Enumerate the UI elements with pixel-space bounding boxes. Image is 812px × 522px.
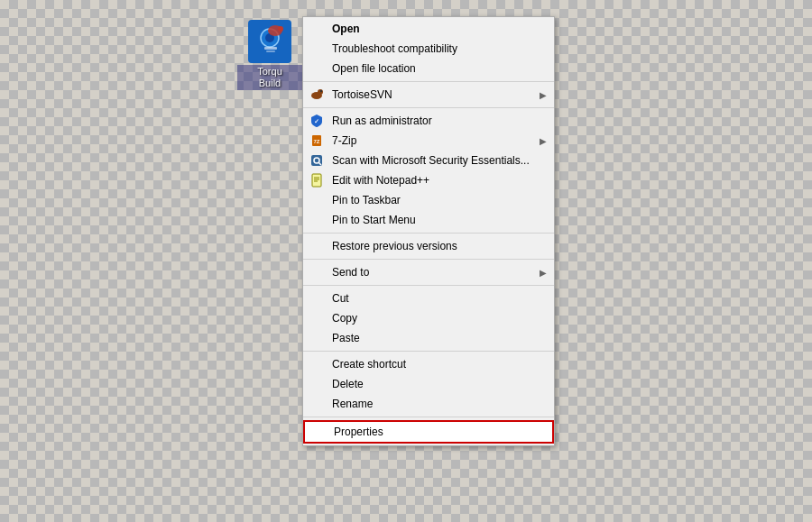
menu-item-delete[interactable]: Delete [303,374,554,394]
menu-item-label-run-as-admin: Run as administrator [332,114,432,127]
menu-item-label-cut: Cut [332,292,349,305]
svg-rect-6 [266,50,275,52]
menu-item-troubleshoot[interactable]: Troubleshoot compatibility [303,39,554,59]
svg-rect-5 [264,47,277,50]
submenu-arrow-7zip: ▶ [540,136,547,146]
notepad-icon [309,172,325,188]
menu-item-restore-versions[interactable]: Restore previous versions [303,236,554,256]
desktop-icon-image [248,20,291,63]
svg-text:✓: ✓ [314,118,319,124]
menu-item-label-pin-start: Pin to Start Menu [332,214,416,226]
menu-item-pin-start[interactable]: Pin to Start Menu [303,210,554,230]
menu-item-label-pin-taskbar: Pin to Taskbar [332,194,401,206]
separator-after-tortoisesvn [303,107,554,108]
menu-item-edit-notepad[interactable]: Edit with Notepad++ [303,170,554,190]
separator-after-pin-start [303,233,554,234]
menu-item-label-edit-notepad: Edit with Notepad++ [332,174,429,187]
menu-item-label-tortoisesvn: TortoiseSVN [332,88,392,101]
menu-item-open[interactable]: Open [303,19,554,39]
separator-after-restore-versions [303,259,554,260]
menu-item-label-open: Open [332,23,360,35]
menu-item-cut[interactable]: Cut [303,288,554,308]
scan-icon [309,152,325,169]
desktop-icon[interactable]: Torqu Build [237,20,302,90]
menu-item-scan[interactable]: Scan with Microsoft Security Essentials.… [303,151,554,170]
menu-item-label-properties: Properties [334,426,383,438]
menu-item-copy[interactable]: Copy [303,308,554,328]
menu-item-run-as-admin[interactable]: ✓Run as administrator [303,111,554,131]
svg-rect-16 [312,174,321,187]
separator-after-send-to [303,285,554,286]
menu-item-send-to[interactable]: Send to▶ [303,262,554,282]
zip-icon: 7Z [309,133,325,149]
menu-item-label-create-shortcut: Create shortcut [332,358,406,371]
shield-icon: ✓ [309,113,325,129]
menu-item-properties[interactable]: Properties [303,420,554,444]
separator-after-open-file-location [303,81,554,82]
menu-item-pin-taskbar[interactable]: Pin to Taskbar [303,190,554,210]
menu-item-7zip[interactable]: 7Z7-Zip▶ [303,131,554,151]
menu-item-paste[interactable]: Paste [303,328,554,348]
menu-item-label-open-file-location: Open file location [332,62,416,75]
menu-item-rename[interactable]: Rename [303,394,554,414]
menu-item-label-delete: Delete [332,378,364,390]
svg-point-8 [318,89,323,95]
menu-item-create-shortcut[interactable]: Create shortcut [303,354,554,374]
menu-item-label-scan: Scan with Microsoft Security Essentials.… [332,154,530,167]
menu-item-label-paste: Paste [332,332,360,344]
menu-item-label-restore-versions: Restore previous versions [332,240,457,252]
tortoise-icon [309,87,325,103]
menu-item-label-7zip: 7-Zip [332,134,356,147]
svg-point-9 [320,90,322,92]
separator-after-paste [303,351,554,352]
menu-item-tortoisesvn[interactable]: TortoiseSVN▶ [303,85,554,105]
separator-after-rename [303,417,554,417]
menu-item-label-rename: Rename [332,398,373,410]
menu-item-label-copy: Copy [332,312,357,325]
svg-text:7Z: 7Z [313,139,319,144]
submenu-arrow-send-to: ▶ [540,268,547,278]
submenu-arrow-tortoisesvn: ▶ [540,90,547,100]
desktop-icon-label: Torqu Build [237,65,302,90]
svg-point-4 [278,26,283,32]
menu-item-label-send-to: Send to [332,266,369,279]
menu-item-open-file-location[interactable]: Open file location [303,59,554,78]
context-menu: OpenTroubleshoot compatibilityOpen file … [302,16,555,446]
menu-item-label-troubleshoot: Troubleshoot compatibility [332,42,457,55]
